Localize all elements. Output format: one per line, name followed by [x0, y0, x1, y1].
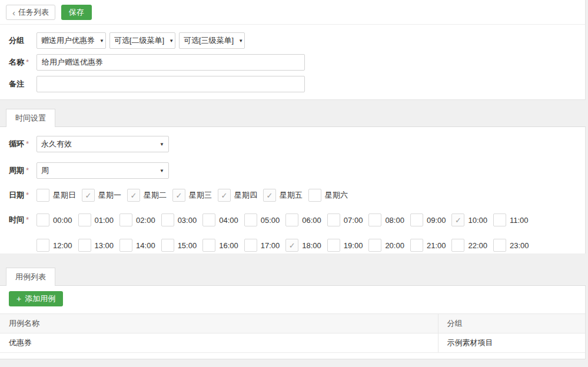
hour-label: 03:00	[178, 216, 197, 225]
hour-label: 05:00	[261, 216, 280, 225]
hour-line: 12:0013:0014:0015:0016:0017:00✓18:0019:0…	[36, 237, 535, 253]
hour-checkbox[interactable]	[244, 239, 257, 252]
hour-checkbox-group: 00:0001:0002:0003:0004:0005:0006:0007:00…	[36, 212, 535, 253]
name-input[interactable]	[36, 54, 305, 71]
group-select-level3[interactable]: 可选[三级菜单] ▼	[179, 32, 245, 49]
hour-item: 02:00	[119, 213, 155, 226]
hour-checkbox[interactable]	[410, 239, 423, 252]
use-case-table: 用例名称分组 优惠券示例素材项目	[0, 313, 585, 353]
time-label-text: 时间	[9, 215, 24, 224]
hour-label: 17:00	[261, 241, 280, 250]
hour-item: 04:00	[202, 213, 238, 226]
hour-checkbox[interactable]	[285, 213, 298, 226]
hour-checkbox[interactable]	[78, 239, 91, 252]
hour-checkbox[interactable]	[493, 213, 506, 226]
add-use-case-button[interactable]: + 添加用例	[9, 291, 63, 306]
date-row: 日期* 星期日✓星期一✓星期二✓星期三✓星期四✓星期五星期六	[0, 189, 585, 202]
weekday-item: ✓星期二	[127, 189, 167, 202]
hour-checkbox[interactable]	[78, 213, 91, 226]
weekday-checkbox[interactable]: ✓	[263, 189, 276, 202]
hour-checkbox[interactable]	[202, 239, 215, 252]
group-select-level2-value: 可选[二级菜单]	[114, 35, 164, 46]
required-mark: *	[26, 58, 29, 66]
base-info-panel: 分组 赠送用户优惠券 ▼ 可选[二级菜单] ▼ 可选[三级菜单] ▼ 名称* 备…	[0, 25, 586, 100]
hour-label: 04:00	[219, 216, 238, 225]
tab-use-case-list[interactable]: 用例列表	[6, 268, 55, 286]
weekday-checkbox[interactable]	[36, 189, 49, 202]
loop-select[interactable]: 永久有效 ▼	[36, 136, 169, 152]
hour-item: 17:00	[244, 239, 280, 252]
hour-checkbox[interactable]	[36, 213, 49, 226]
hour-checkbox[interactable]: ✓	[285, 239, 298, 252]
weekday-label: 星期六	[325, 190, 348, 201]
chevron-down-icon: ▼	[238, 38, 243, 44]
required-mark: *	[26, 166, 29, 175]
hour-item: ✓18:00	[285, 239, 321, 252]
group-row: 分组 赠送用户优惠券 ▼ 可选[二级菜单] ▼ 可选[三级菜单] ▼	[0, 32, 585, 49]
back-to-task-list-button[interactable]: ‹ 任务列表	[6, 5, 55, 20]
weekday-item: ✓星期三	[172, 189, 212, 202]
hour-item: 12:00	[36, 239, 72, 252]
table-cell: 优惠券	[0, 333, 438, 352]
weekday-checkbox[interactable]	[308, 189, 321, 202]
weekday-item: 星期日	[36, 189, 76, 202]
name-row: 名称*	[0, 54, 585, 71]
hour-label: 09:00	[427, 216, 446, 225]
required-mark: *	[26, 215, 29, 224]
use-case-table-header: 用例名称分组	[0, 313, 585, 333]
hour-line: 00:0001:0002:0003:0004:0005:0006:0007:00…	[36, 212, 535, 228]
hour-item: 01:00	[78, 213, 114, 226]
date-label: 日期*	[9, 190, 36, 201]
hour-item: 19:00	[327, 239, 363, 252]
hour-item: ✓10:00	[451, 213, 487, 226]
weekday-checkbox-group: 星期日✓星期一✓星期二✓星期三✓星期四✓星期五星期六	[36, 189, 354, 202]
hour-checkbox[interactable]	[327, 213, 340, 226]
chevron-down-icon: ▼	[169, 38, 174, 44]
hour-checkbox[interactable]	[368, 239, 381, 252]
hour-checkbox[interactable]	[493, 239, 506, 252]
hour-checkbox[interactable]	[119, 239, 132, 252]
remark-input[interactable]	[36, 76, 305, 92]
tab-time-settings[interactable]: 时间设置	[6, 109, 55, 127]
hour-label: 06:00	[302, 216, 321, 225]
hour-checkbox[interactable]	[202, 213, 215, 226]
hour-checkbox[interactable]	[410, 213, 423, 226]
group-select-level1[interactable]: 赠送用户优惠券 ▼	[36, 32, 106, 49]
hour-checkbox[interactable]: ✓	[451, 213, 464, 226]
weekday-label: 星期日	[53, 190, 76, 201]
hour-label: 21:00	[427, 241, 446, 250]
weekday-checkbox[interactable]: ✓	[127, 189, 140, 202]
group-select-level2[interactable]: 可选[二级菜单] ▼	[109, 32, 175, 49]
period-select[interactable]: 周 ▼	[36, 162, 169, 179]
table-row[interactable]: 优惠券示例素材项目	[0, 333, 585, 353]
hour-label: 15:00	[178, 241, 197, 250]
hour-item: 22:00	[451, 239, 487, 252]
weekday-checkbox[interactable]: ✓	[172, 189, 185, 202]
hour-label: 16:00	[219, 241, 238, 250]
time-row: 时间* 00:0001:0002:0003:0004:0005:0006:000…	[0, 212, 585, 253]
use-case-tabbar: 用例列表	[0, 268, 586, 286]
group-select-level3-value: 可选[三级菜单]	[184, 35, 234, 46]
remark-label: 备注	[9, 79, 36, 89]
hour-checkbox[interactable]	[327, 239, 340, 252]
remark-row: 备注	[0, 76, 585, 92]
hour-checkbox[interactable]	[161, 213, 174, 226]
hour-checkbox[interactable]	[451, 239, 464, 252]
weekday-checkbox[interactable]: ✓	[82, 189, 95, 202]
chevron-down-icon: ▼	[160, 168, 164, 174]
weekday-item: 星期六	[308, 189, 348, 202]
loop-label: 循环*	[9, 139, 36, 149]
period-label: 周期*	[9, 165, 36, 176]
hour-item: 14:00	[119, 239, 155, 252]
hour-checkbox[interactable]	[368, 213, 381, 226]
hour-checkbox[interactable]	[36, 239, 49, 252]
required-mark: *	[26, 191, 29, 199]
save-button[interactable]: 保存	[61, 5, 92, 20]
hour-checkbox[interactable]	[244, 213, 257, 226]
hour-checkbox[interactable]	[161, 239, 174, 252]
hour-label: 22:00	[468, 241, 487, 250]
hour-item: 00:00	[36, 213, 72, 226]
spacer	[0, 262, 588, 268]
weekday-checkbox[interactable]: ✓	[218, 189, 231, 202]
hour-checkbox[interactable]	[119, 213, 132, 226]
